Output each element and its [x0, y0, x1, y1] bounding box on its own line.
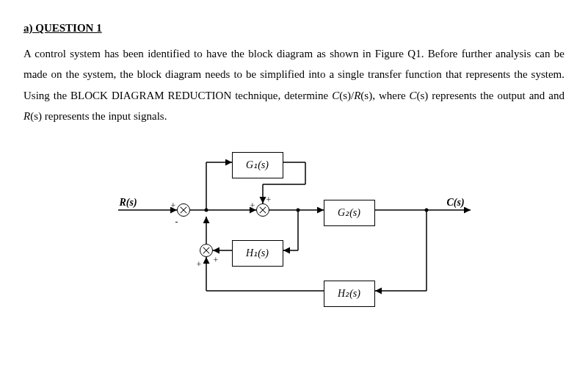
block-diagram: G₁(s) G₂(s) H₁(s) H₂(s) R(s) C(s) + - + … [104, 140, 485, 309]
sum3-plus-right: + [214, 252, 219, 269]
ratio-R: R [354, 90, 360, 101]
body-part-2: , where [372, 90, 409, 101]
block-h1: H₁(s) [232, 240, 283, 267]
block-g2: G₂(s) [324, 200, 375, 227]
R-sym: R [23, 110, 30, 122]
body-part-3: represents the output and and [428, 90, 565, 101]
node-ff [204, 208, 208, 212]
s-of-R: (s) [30, 110, 42, 122]
ratio-s2: (s) [360, 90, 372, 101]
s-of-C: (s) [417, 90, 429, 101]
input-label: R(s) [120, 193, 137, 213]
ratio-s1: (s) [339, 90, 351, 101]
node-inner [296, 208, 300, 212]
summer-3 [200, 244, 213, 257]
C-sym: C [410, 90, 417, 101]
sum2-plus-top: + [266, 192, 272, 209]
summer-1 [177, 203, 190, 217]
question-heading: a) QUESTION 1 [23, 18, 565, 39]
sum1-plus: + [171, 198, 176, 214]
sum1-minus: - [175, 214, 178, 231]
output-label: C(s) [447, 193, 465, 213]
sum2-plus-left: + [250, 198, 255, 214]
sum3-plus-bottom: + [197, 256, 202, 273]
node-outer [424, 208, 428, 212]
block-h2: H₂(s) [324, 281, 375, 308]
block-g1: G₁(s) [232, 152, 283, 179]
body-part-4: represents the input signals. [42, 110, 167, 122]
question-body: A control system has been identified to … [23, 43, 565, 127]
diagram-wires [104, 140, 485, 309]
ratio-C: C [332, 90, 339, 101]
